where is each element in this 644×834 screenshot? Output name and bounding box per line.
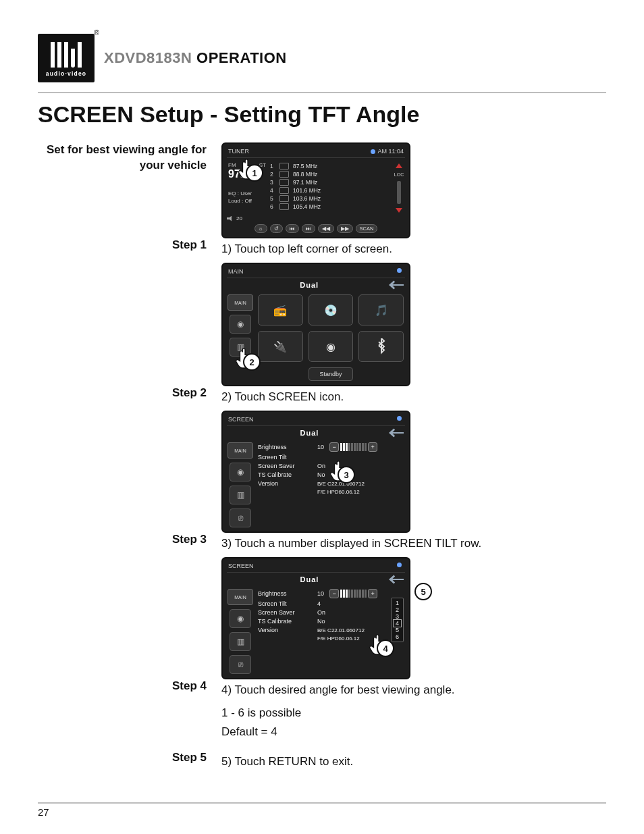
brightness-value: 10 xyxy=(317,590,324,597)
step4-caption: 4) Touch desired angle for best viewing … xyxy=(221,683,606,697)
side-main-button: MAIN xyxy=(227,294,253,311)
brand-text: Dual xyxy=(300,429,319,437)
brand-logo: ® audio·video xyxy=(38,34,95,82)
speaker-icon xyxy=(279,195,289,202)
speaker-icon xyxy=(279,203,289,210)
callout-4: 4 xyxy=(377,640,394,657)
side-screen-icon: ▥ xyxy=(230,632,251,651)
loud-label: Loud : Off xyxy=(228,197,266,205)
transport-bar: ☼ ↺ ⏮ ⏭ ◀◀ ▶▶ SCAN xyxy=(227,224,405,233)
tilt-label: Screen Tilt xyxy=(258,454,312,461)
tune-up-icon xyxy=(396,163,402,168)
brightness-value: 10 xyxy=(317,444,324,450)
minus-icon: − xyxy=(329,442,339,452)
version-fe: F/E HPD60.06.12 xyxy=(317,489,360,495)
version-label: Version xyxy=(258,627,312,633)
tuner-header: TUNER xyxy=(228,148,249,155)
callout-3: 3 xyxy=(338,466,355,484)
main-header: MAIN xyxy=(228,268,244,275)
version-fe: F/E HPD60.06.12 xyxy=(317,635,360,642)
signal-bar xyxy=(397,181,401,204)
callout-2: 2 xyxy=(243,353,261,371)
calib-value: No xyxy=(317,471,325,478)
step3-caption: 3) Touch a number displayed in SCREEN TI… xyxy=(221,537,606,550)
header-title: XDVD8183N OPERATION xyxy=(104,49,287,67)
side-disc-icon: ◉ xyxy=(230,463,251,481)
clock: AM 11:04 xyxy=(377,148,404,155)
speaker-icon xyxy=(279,187,289,194)
calib-value: No xyxy=(317,618,325,625)
page-header: ® audio·video XDVD8183N OPERATION xyxy=(38,34,606,82)
speaker-icon xyxy=(279,171,289,178)
bluetooth-icon xyxy=(397,268,402,273)
loc-label: LOC xyxy=(394,172,404,177)
tile-bluetooth-icon xyxy=(358,331,404,362)
page-title: SCREEN Setup - Setting TFT Angle xyxy=(38,101,606,128)
screenshot-step4-screen: SCREEN Dual MAIN ◉ ▥ ⎚ Brightness xyxy=(221,557,410,679)
brightness-slider: − + xyxy=(329,589,377,598)
section-name: OPERATION xyxy=(196,49,287,66)
standby-button: Standby xyxy=(308,367,354,381)
bluetooth-icon xyxy=(371,149,375,154)
tile-ipod-icon: 🎵 xyxy=(358,294,404,325)
plus-icon: + xyxy=(368,589,377,598)
tile-camera-icon: ◉ xyxy=(308,331,354,362)
side-main-button: MAIN xyxy=(227,442,253,459)
screen-header: SCREEN xyxy=(228,416,254,423)
step1-label: Step 1 xyxy=(38,238,207,386)
minus-icon: − xyxy=(329,589,339,598)
tile-disc-icon: 💿 xyxy=(308,294,354,325)
side-screen-icon: ▥ xyxy=(230,486,251,504)
bluetooth-icon xyxy=(397,563,402,567)
step5-caption: 5) Touch RETURN to exit. xyxy=(221,755,606,768)
side-main-button: MAIN xyxy=(227,589,253,605)
step4-label: Step 4 xyxy=(38,679,207,739)
logo-subtext: audio·video xyxy=(46,70,86,77)
speaker-icon xyxy=(279,163,289,170)
step4-note-default: Default = 4 xyxy=(221,725,606,739)
volume-value: 20 xyxy=(236,215,242,221)
tilt-options-popup: 1 2 3 4 5 6 xyxy=(391,598,404,642)
step2-label: Step 2 xyxy=(38,386,207,533)
brightness-slider: − + xyxy=(329,442,377,452)
bluetooth-icon xyxy=(397,416,402,421)
step5-label: Step 5 xyxy=(38,751,207,775)
return-arrow-icon xyxy=(389,575,404,584)
side-settings-icon: ⎚ xyxy=(230,655,251,674)
saver-value: On xyxy=(317,609,325,616)
tune-down-icon xyxy=(396,208,402,213)
step1-caption: 1) Touch top left corner of screen. xyxy=(221,242,606,256)
screenshot-step1-tuner: TUNER AM 11:04 FM ST 97.Hz EQ : User Lou… xyxy=(221,142,410,238)
speaker-icon xyxy=(279,179,289,186)
step4-note-range: 1 - 6 is possible xyxy=(221,706,606,720)
brightness-label: Brightness xyxy=(258,590,312,597)
brand-text: Dual xyxy=(300,575,319,583)
saver-label: Screen Saver xyxy=(258,463,312,469)
screenshot-step2-mainmenu: MAIN Dual MAIN ◉ ▥ 📻 💿 xyxy=(221,263,410,386)
preset-list: 187.5 MHz 288.8 MHz 397.1 MHz 4101.6 MHz… xyxy=(270,162,390,213)
tile-aux-icon: 🔌 xyxy=(258,331,303,362)
version-label: Version xyxy=(258,480,312,487)
volume-icon xyxy=(227,216,234,221)
plus-icon: + xyxy=(368,442,377,452)
calib-label: TS Calibrate xyxy=(258,471,312,478)
band-fm: FM xyxy=(228,162,236,168)
side-settings-icon: ⎚ xyxy=(230,509,251,527)
callout-1: 1 xyxy=(246,164,263,182)
brightness-label: Brightness xyxy=(258,444,312,450)
calib-label: TS Calibrate xyxy=(258,618,312,625)
page-number: 27 xyxy=(38,802,606,818)
side-disc-icon: ◉ xyxy=(230,609,251,628)
saver-label: Screen Saver xyxy=(258,609,312,616)
step3-label: Step 3 xyxy=(38,533,207,679)
return-arrow-icon xyxy=(389,428,404,438)
callout-5: 5 xyxy=(414,583,432,600)
registered-mark: ® xyxy=(94,28,99,36)
screen-header: SCREEN xyxy=(228,563,254,569)
screenshot-step3-screen: SCREEN Dual MAIN ◉ ▥ ⎚ Brightness xyxy=(221,411,410,533)
side-disc-icon: ◉ xyxy=(230,315,251,334)
header-rule xyxy=(38,92,606,93)
brand-text: Dual xyxy=(300,281,319,289)
saver-value: On xyxy=(317,463,325,469)
tilt-label: Screen Tilt xyxy=(258,600,312,607)
